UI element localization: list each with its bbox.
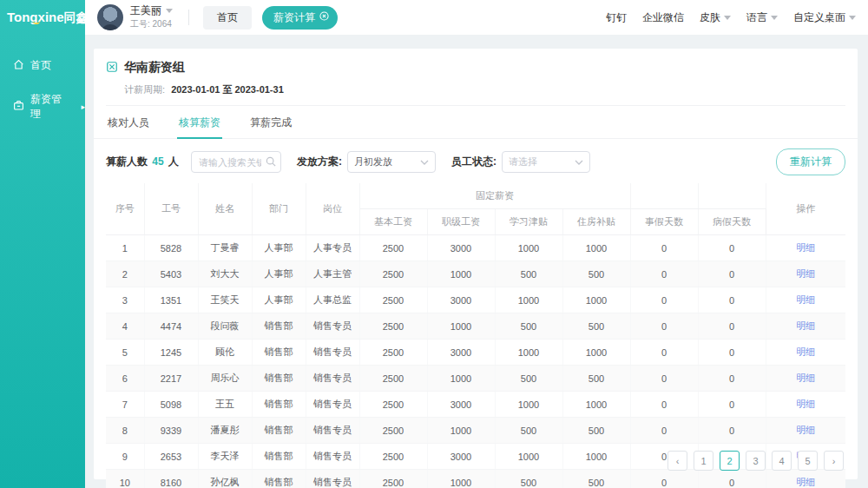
tab-calc-done[interactable]: 算薪完成: [248, 106, 293, 138]
detail-link[interactable]: 明细: [796, 373, 815, 383]
cell-position: 销售专员: [306, 444, 359, 470]
table-row: 6 2217 周乐心 销售部 销售专员 2500 1000 500 500 0 …: [106, 366, 845, 392]
cell-seq: 10: [106, 470, 144, 488]
page-button-1[interactable]: 1: [694, 451, 713, 471]
cell-position: 人事总监: [306, 287, 359, 313]
plan-select[interactable]: 月初发放: [347, 151, 436, 173]
page-button-4[interactable]: 4: [772, 451, 792, 471]
cell-base-salary: 2500: [359, 392, 427, 418]
staff-count-label: 算薪人数: [106, 155, 148, 168]
cell-position: 销售专员: [306, 418, 359, 444]
col-personal-leave: 事假天数: [630, 209, 698, 235]
menu-skin[interactable]: 皮肤: [700, 10, 731, 25]
cell-study-allowance: 500: [495, 470, 562, 488]
prev-page-button[interactable]: ‹: [667, 451, 687, 471]
search-box: [191, 151, 281, 173]
cell-emp-no: 2653: [144, 444, 198, 470]
menu-wecom[interactable]: 企业微信: [642, 10, 684, 25]
cell-personal-leave: 0: [630, 287, 698, 313]
cell-sick-leave: 0: [698, 392, 766, 418]
col-sick-leave: 病假天数: [698, 209, 766, 235]
page-button-5[interactable]: 5: [798, 451, 818, 471]
cell-study-allowance: 1000: [495, 340, 562, 366]
cell-seq: 8: [106, 418, 144, 444]
cell-dept: 销售部: [252, 418, 306, 444]
page-button-3[interactable]: 3: [746, 451, 766, 471]
sidebar-item-payroll[interactable]: 薪资管理 ▸: [0, 82, 85, 131]
menu-custom-desktop[interactable]: 自定义桌面: [793, 10, 856, 25]
cell-study-allowance: 500: [495, 261, 562, 287]
status-label: 员工状态:: [451, 155, 496, 169]
detail-link[interactable]: 明细: [796, 477, 815, 487]
cell-study-allowance: 500: [495, 313, 562, 340]
detail-link[interactable]: 明细: [796, 399, 815, 409]
table-row: 8 9339 潘夏彤 销售部 销售专员 2500 1000 500 500 0 …: [106, 418, 845, 444]
cell-seq: 9: [106, 444, 144, 470]
cell-sick-leave: 0: [698, 235, 766, 261]
user-name: 王美丽: [130, 4, 161, 17]
pay-period-label: 计薪周期:: [124, 84, 165, 95]
user-meta: 王美丽 工号: 2064: [130, 4, 173, 30]
detail-link[interactable]: 明细: [796, 268, 815, 279]
employee-no-label: 工号:: [130, 19, 150, 29]
cell-housing-allowance: 500: [562, 366, 630, 392]
cell-housing-allowance: 500: [562, 418, 630, 444]
plan-label: 发放方案:: [297, 155, 342, 169]
detail-link[interactable]: 明细: [796, 294, 815, 305]
cell-study-allowance: 1000: [495, 287, 562, 313]
cell-dept: 销售部: [252, 313, 306, 340]
chevron-down-icon: [420, 160, 429, 165]
status-select[interactable]: 请选择: [502, 151, 590, 173]
cell-grade-salary: 3000: [427, 444, 495, 470]
cell-emp-no: 5828: [144, 235, 198, 261]
chevron-down-icon[interactable]: [166, 9, 173, 13]
sidebar-item-home[interactable]: 首页: [0, 49, 85, 82]
cell-emp-no: 1245: [144, 340, 198, 366]
cell-base-salary: 2500: [359, 470, 427, 488]
cell-personal-leave: 0: [630, 470, 698, 488]
cell-base-salary: 2500: [359, 444, 427, 470]
sidebar-menu: 首页 薪资管理 ▸: [0, 49, 85, 131]
menu-skin-label: 皮肤: [700, 10, 720, 25]
step-tabs: 核对人员 核算薪资 算薪完成: [94, 106, 858, 139]
cell-sick-leave: 0: [698, 340, 766, 366]
menu-language[interactable]: 语言: [746, 10, 778, 25]
cell-grade-salary: 3000: [427, 392, 495, 418]
cell-dept: 销售部: [252, 444, 306, 470]
brand-logo: Tongxine同鑫: [0, 0, 85, 30]
cell-sick-leave: 0: [698, 470, 766, 488]
menu-dingtalk[interactable]: 钉钉: [606, 10, 627, 25]
col-action: 操作: [766, 183, 845, 235]
table-row: 3 1351 王笑天 人事部 人事总监 2500 3000 1000 1000 …: [106, 287, 845, 313]
tab-check-staff[interactable]: 核对人员: [106, 106, 151, 138]
detail-link[interactable]: 明细: [796, 346, 815, 357]
nav-tab-home[interactable]: 首页: [203, 6, 252, 30]
sidebar-item-label: 薪资管理: [30, 92, 71, 122]
salary-table-wrap: 序号 工号 姓名 部门 岗位 固定薪资 操作 基本工资 职级工资 学习津贴 住房…: [94, 183, 858, 488]
cell-dept: 销售部: [252, 392, 306, 418]
payroll-group-icon: [106, 61, 118, 76]
col-name: 姓名: [198, 183, 252, 235]
next-page-button[interactable]: ›: [824, 451, 844, 471]
page-button-2[interactable]: 2: [720, 451, 740, 471]
col-study-allowance: 学习津贴: [495, 209, 562, 235]
main-card: 华南薪资组 计薪周期: 2023-01-01 至 2023-01-31 核对人员…: [94, 49, 858, 479]
cell-action: 明细: [766, 313, 845, 340]
brand-logo-cn: 同鑫: [64, 10, 89, 24]
tab-calc-salary[interactable]: 核算薪资: [177, 106, 222, 138]
cell-housing-allowance: 500: [562, 261, 630, 287]
detail-link[interactable]: 明细: [796, 425, 815, 435]
pagination: ‹ 1 2 3 4 5 ›: [667, 451, 844, 471]
detail-link[interactable]: 明细: [796, 320, 815, 331]
menu-language-label: 语言: [746, 10, 767, 25]
nav-tab-payroll-calc[interactable]: 薪资计算: [262, 6, 338, 30]
cell-position: 人事主管: [306, 261, 359, 287]
recalculate-button[interactable]: 重新计算: [776, 148, 845, 175]
user-avatar[interactable]: [97, 4, 123, 30]
col-dept: 部门: [252, 183, 306, 235]
page-title: 华南薪资组: [124, 60, 185, 76]
close-icon[interactable]: [319, 11, 329, 23]
cell-seq: 2: [106, 261, 144, 287]
topbar-right-menu: 钉钉 企业微信 皮肤 语言 自定义桌面: [606, 10, 856, 25]
detail-link[interactable]: 明细: [796, 242, 815, 253]
